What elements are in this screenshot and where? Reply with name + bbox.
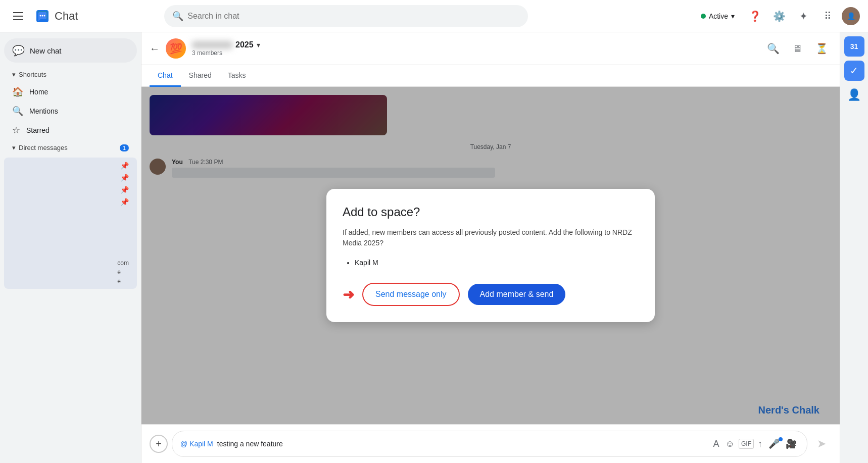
settings-button[interactable]: ⚙️: [769, 6, 789, 26]
tab-bar: Chat Shared Tasks: [141, 65, 840, 87]
list-item: Kapil M: [355, 256, 639, 269]
add-member-send-button[interactable]: Add member & send: [468, 284, 566, 305]
starred-label: Starred: [26, 126, 50, 134]
home-label: Home: [29, 88, 48, 96]
search-input[interactable]: [187, 12, 520, 21]
gemini-button[interactable]: ✦: [793, 6, 813, 26]
dm-badge: 1: [120, 144, 129, 151]
search-bar: 🔍: [164, 5, 528, 27]
new-chat-icon: 💬: [12, 44, 25, 57]
arrow-right-icon: ➜: [343, 286, 354, 303]
modal-description: If added, new members can access all pre…: [343, 227, 639, 248]
compose-area: + @ Kapil M A ☺ GIF ↑ 🎤 🎥: [141, 424, 840, 463]
gif-icon[interactable]: GIF: [739, 439, 754, 449]
apps-button[interactable]: ⠿: [817, 6, 838, 26]
contacts-icon[interactable]: 👤: [844, 85, 864, 105]
pin-icon-3: 📌: [120, 186, 129, 194]
sidebar-item-starred[interactable]: ☆ Starred: [4, 121, 137, 140]
shortcuts-label: Shortcuts: [19, 71, 46, 78]
svg-point-3: [40, 15, 41, 16]
new-chat-button[interactable]: 💬 New chat: [4, 38, 137, 63]
sidebar: 💬 New chat ▾ Shortcuts 🏠 Home 🔍 Mentions…: [0, 32, 141, 463]
compose-wrapper: + @ Kapil M A ☺ GIF ↑ 🎤 🎥: [150, 431, 832, 457]
help-button[interactable]: ❓: [745, 6, 765, 26]
tasks-button[interactable]: ⏳: [811, 38, 832, 59]
search-chat-button[interactable]: 🔍: [763, 38, 783, 59]
avatar-initials: 👤: [847, 12, 855, 20]
mentions-icon: 🔍: [12, 106, 23, 117]
send-button[interactable]: ➤: [811, 434, 832, 454]
arrow-indicator: ➜: [343, 286, 354, 303]
top-bar-right: Active ▾ ❓ ⚙️ ✦ ⠿ 👤: [695, 6, 860, 26]
chat-header-actions: 🔍 🖥 ⏳: [763, 38, 832, 59]
home-icon: 🏠: [12, 86, 23, 97]
sidebar-item-mentions[interactable]: 🔍 Mentions: [4, 101, 137, 121]
compose-icons: A ☺ GIF ↑ 🎤 🎥: [711, 436, 799, 451]
send-message-only-button[interactable]: Send message only: [362, 283, 460, 306]
starred-icon: ☆: [12, 125, 20, 136]
messages-area: Tuesday, Jan 7 You Tue 2:30 PM Nerd's Ch…: [141, 87, 840, 424]
space-name: 2025: [235, 40, 254, 49]
add-to-space-modal: Add to space? If added, new members can …: [326, 189, 655, 322]
dm-entry-suffix: com e e: [117, 260, 129, 285]
right-sidebar: 31 ✓ 👤: [840, 32, 868, 463]
modal-actions: ➜ Send message only Add member & send: [343, 283, 639, 306]
shortcuts-chevron-icon: ▾: [12, 71, 16, 78]
space-info: 2025 ▾ 3 members: [192, 40, 260, 57]
format-text-icon[interactable]: A: [711, 437, 721, 451]
active-chevron-icon: ▾: [731, 12, 735, 20]
space-chevron-icon[interactable]: ▾: [257, 41, 260, 49]
dm-section-label: Direct messages: [19, 144, 68, 151]
active-status-dot: [701, 14, 706, 19]
active-status-button[interactable]: Active ▾: [695, 9, 741, 23]
compose-input[interactable]: [217, 440, 707, 448]
pin-icon-1: 📌: [120, 162, 129, 170]
dm-chevron-icon: ▾: [12, 144, 16, 151]
main-content: 💬 New chat ▾ Shortcuts 🏠 Home 🔍 Mentions…: [0, 32, 868, 463]
dm-pin-icons: 📌 📌 📌 📌: [120, 162, 129, 206]
compose-mention: @ Kapil M: [180, 440, 213, 448]
modal-member-list: Kapil M: [355, 256, 639, 269]
space-members: 3 members: [192, 49, 260, 57]
svg-point-5: [44, 15, 45, 16]
upload-icon[interactable]: ↑: [756, 437, 764, 451]
space-icon: 💯: [166, 38, 186, 59]
sidebar-item-home[interactable]: 🏠 Home: [4, 82, 137, 101]
emoji-icon[interactable]: ☺: [724, 437, 737, 451]
user-avatar[interactable]: 👤: [842, 7, 860, 25]
compose-add-button[interactable]: +: [150, 435, 168, 453]
shortcuts-section-header[interactable]: ▾ Shortcuts: [4, 67, 137, 82]
mentions-label: Mentions: [29, 107, 58, 115]
modal-overlay: Add to space? If added, new members can …: [141, 87, 840, 424]
modal-title: Add to space?: [343, 205, 639, 219]
video-button[interactable]: 🖥: [787, 38, 807, 59]
mic-activity-dot: [779, 437, 783, 441]
video-compose-icon[interactable]: 🎥: [784, 436, 799, 451]
calendar-icon[interactable]: 31: [844, 36, 864, 57]
chat-logo-icon: [34, 8, 51, 24]
meet-icon[interactable]: ✓: [844, 61, 864, 81]
hamburger-menu-button[interactable]: [8, 6, 28, 26]
new-chat-label: New chat: [30, 46, 62, 55]
app-title: Chat: [55, 10, 78, 23]
tab-shared[interactable]: Shared: [181, 65, 220, 87]
svg-point-4: [42, 15, 43, 16]
dm-section-header[interactable]: ▾ Direct messages 1: [4, 140, 137, 156]
pin-icon-4: 📌: [120, 198, 129, 206]
back-button[interactable]: ←: [150, 43, 160, 55]
compose-input-area: @ Kapil M A ☺ GIF ↑ 🎤 🎥: [172, 431, 807, 457]
active-status-label: Active: [709, 12, 728, 20]
space-emoji: 💯: [170, 42, 182, 55]
app-logo: Chat: [34, 8, 78, 24]
dm-entry-1[interactable]: 📌 📌 📌 📌 com e e: [4, 158, 137, 289]
tab-tasks[interactable]: Tasks: [220, 65, 254, 87]
chat-area: ← 💯 2025 ▾ 3 members 🔍 🖥 ⏳: [141, 32, 840, 463]
mic-wrapper: 🎤: [766, 438, 782, 449]
search-icon: 🔍: [172, 11, 183, 22]
top-bar: Chat 🔍 Active ▾ ❓ ⚙️ ✦ ⠿ 👤: [0, 0, 868, 32]
chat-header: ← 💯 2025 ▾ 3 members 🔍 🖥 ⏳: [141, 32, 840, 65]
pin-icon-2: 📌: [120, 174, 129, 182]
tab-chat[interactable]: Chat: [150, 65, 181, 87]
